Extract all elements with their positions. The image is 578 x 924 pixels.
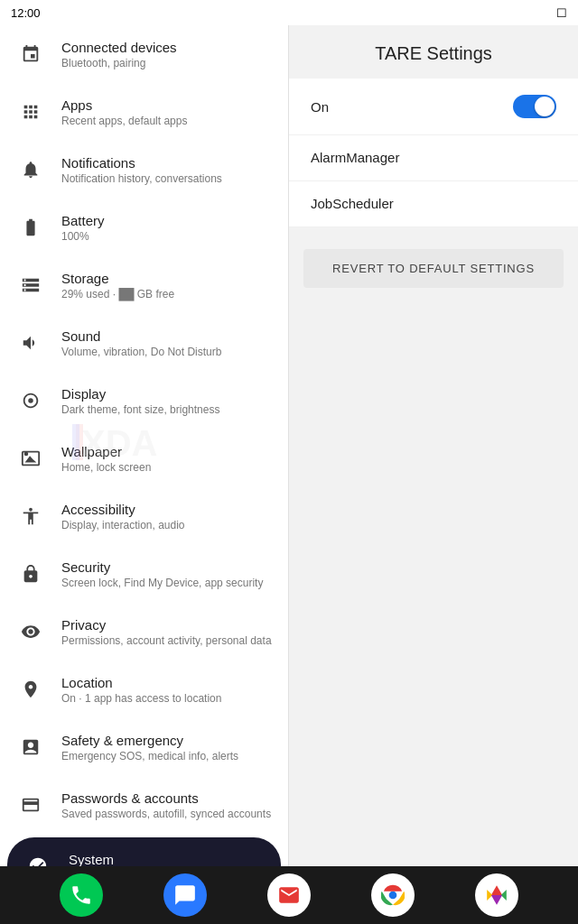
- sidebar-item-sound[interactable]: Sound Volume, vibration, Do Not Disturb: [0, 314, 288, 372]
- battery-text: Battery 100%: [61, 213, 105, 243]
- sound-icon: [14, 327, 47, 359]
- privacy-text: Privacy Permissions, account activity, p…: [61, 617, 272, 647]
- wallpaper-title: Wallpaper: [61, 444, 151, 459]
- storage-subtitle: 29% used · ██ GB free: [61, 288, 174, 300]
- privacy-subtitle: Permissions, account activity, personal …: [61, 634, 272, 647]
- wallpaper-icon: [14, 442, 47, 475]
- sidebar-item-passwords[interactable]: Passwords & accounts Saved passwords, au…: [0, 776, 288, 834]
- security-icon: [14, 558, 47, 590]
- tare-job-scheduler-label: JobScheduler: [311, 196, 394, 211]
- nav-phone-icon[interactable]: [60, 873, 103, 917]
- security-subtitle: Screen lock, Find My Device, app securit…: [61, 577, 263, 589]
- bottom-nav: [0, 866, 578, 924]
- sidebar-item-connected-devices[interactable]: Connected devices Bluetooth, pairing: [0, 25, 288, 83]
- connected-devices-subtitle: Bluetooth, pairing: [61, 57, 177, 69]
- nav-photos-icon[interactable]: [475, 873, 518, 917]
- wallpaper-subtitle: Home, lock screen: [61, 461, 151, 474]
- sidebar-item-accessibility[interactable]: Accessibility Display, interaction, audi…: [0, 487, 288, 545]
- apps-icon: [14, 96, 47, 128]
- nav-gmail-icon[interactable]: [267, 873, 311, 917]
- tare-toggle-label: On: [311, 99, 329, 115]
- tare-panel-title: TARE Settings: [289, 25, 578, 79]
- tare-toggle-row[interactable]: On: [289, 79, 578, 135]
- sidebar-item-apps[interactable]: Apps Recent apps, default apps: [0, 83, 288, 141]
- sound-title: Sound: [61, 328, 221, 344]
- tare-content: On AlarmManager JobScheduler: [289, 79, 578, 227]
- safety-subtitle: Emergency SOS, medical info, alerts: [61, 750, 238, 762]
- sidebar-item-battery[interactable]: Battery 100%: [0, 199, 288, 256]
- tare-panel: TARE Settings On AlarmManager JobSchedul…: [289, 25, 578, 866]
- battery-icon: ☐: [556, 6, 567, 20]
- battery-setting-icon: [14, 211, 47, 244]
- system-text: System Languages, gestures, time, backup: [69, 852, 238, 867]
- apps-title: Apps: [61, 97, 187, 113]
- battery-title: Battery: [61, 213, 105, 228]
- sidebar-item-wallpaper[interactable]: Wallpaper Home, lock screen: [0, 430, 288, 487]
- safety-text: Safety & emergency Emergency SOS, medica…: [61, 733, 238, 762]
- storage-icon: [14, 269, 47, 301]
- system-icon: [22, 850, 54, 866]
- notifications-icon: [14, 153, 47, 186]
- settings-list: Connected devices Bluetooth, pairing App…: [0, 25, 289, 866]
- security-title: Security: [61, 559, 263, 575]
- notifications-subtitle: Notification history, conversations: [61, 172, 222, 185]
- passwords-text: Passwords & accounts Saved passwords, au…: [61, 790, 271, 820]
- location-icon: [14, 673, 47, 706]
- nav-chrome-icon[interactable]: [371, 873, 415, 917]
- system-title: System: [69, 852, 238, 867]
- display-text: Display Dark theme, font size, brightnes…: [61, 386, 219, 416]
- notifications-title: Notifications: [61, 155, 222, 171]
- passwords-icon: [14, 789, 47, 821]
- safety-icon: [14, 731, 47, 763]
- passwords-title: Passwords & accounts: [61, 790, 271, 806]
- sidebar-item-system[interactable]: System Languages, gestures, time, backup: [7, 837, 281, 866]
- storage-title: Storage: [61, 271, 174, 286]
- sidebar-item-display[interactable]: Display Dark theme, font size, brightnes…: [0, 372, 288, 430]
- nav-messages-icon[interactable]: [163, 873, 207, 917]
- apps-text: Apps Recent apps, default apps: [61, 97, 187, 127]
- connected-devices-title: Connected devices: [61, 40, 177, 55]
- accessibility-subtitle: Display, interaction, audio: [61, 519, 185, 531]
- sidebar-item-location[interactable]: Location On · 1 app has access to locati…: [0, 661, 288, 718]
- tare-alarm-manager-row[interactable]: AlarmManager: [289, 135, 578, 181]
- connected-devices-text: Connected devices Bluetooth, pairing: [61, 40, 177, 69]
- accessibility-title: Accessibility: [61, 502, 185, 517]
- connected-icon: [14, 38, 47, 70]
- status-time: 12:00: [11, 6, 41, 20]
- battery-subtitle: 100%: [61, 230, 105, 243]
- sound-subtitle: Volume, vibration, Do Not Disturb: [61, 346, 221, 358]
- location-text: Location On · 1 app has access to locati…: [61, 675, 221, 705]
- passwords-subtitle: Saved passwords, autofill, synced accoun…: [61, 808, 271, 820]
- accessibility-text: Accessibility Display, interaction, audi…: [61, 502, 185, 531]
- tare-alarm-manager-label: AlarmManager: [311, 150, 399, 165]
- svg-point-4: [389, 892, 397, 900]
- sidebar-item-privacy[interactable]: Privacy Permissions, account activity, p…: [0, 603, 288, 661]
- sidebar-item-notifications[interactable]: Notifications Notification history, conv…: [0, 141, 288, 199]
- tare-job-scheduler-row[interactable]: JobScheduler: [289, 181, 578, 227]
- storage-text: Storage 29% used · ██ GB free: [61, 271, 174, 300]
- display-icon: [14, 384, 47, 417]
- sound-text: Sound Volume, vibration, Do Not Disturb: [61, 328, 221, 358]
- location-subtitle: On · 1 app has access to location: [61, 692, 221, 705]
- wallpaper-text: Wallpaper Home, lock screen: [61, 444, 151, 474]
- security-text: Security Screen lock, Find My Device, ap…: [61, 559, 263, 589]
- notifications-text: Notifications Notification history, conv…: [61, 155, 222, 185]
- status-bar: 12:00 ☐: [0, 0, 578, 25]
- sidebar-item-security[interactable]: Security Screen lock, Find My Device, ap…: [0, 545, 288, 603]
- sidebar-item-safety[interactable]: Safety & emergency Emergency SOS, medica…: [0, 718, 288, 776]
- privacy-icon: [14, 615, 47, 648]
- accessibility-icon: [14, 500, 47, 532]
- tare-button-section: REVERT TO DEFAULT SETTINGS: [289, 238, 578, 299]
- safety-title: Safety & emergency: [61, 733, 238, 748]
- status-icons: ☐: [556, 6, 567, 20]
- display-subtitle: Dark theme, font size, brightness: [61, 403, 219, 416]
- privacy-title: Privacy: [61, 617, 272, 633]
- apps-subtitle: Recent apps, default apps: [61, 115, 187, 127]
- display-title: Display: [61, 386, 219, 402]
- location-title: Location: [61, 675, 221, 690]
- main-content: Connected devices Bluetooth, pairing App…: [0, 25, 578, 866]
- sidebar-item-storage[interactable]: Storage 29% used · ██ GB free: [0, 256, 288, 314]
- tare-toggle-switch[interactable]: [513, 95, 556, 118]
- revert-default-button[interactable]: REVERT TO DEFAULT SETTINGS: [303, 249, 564, 288]
